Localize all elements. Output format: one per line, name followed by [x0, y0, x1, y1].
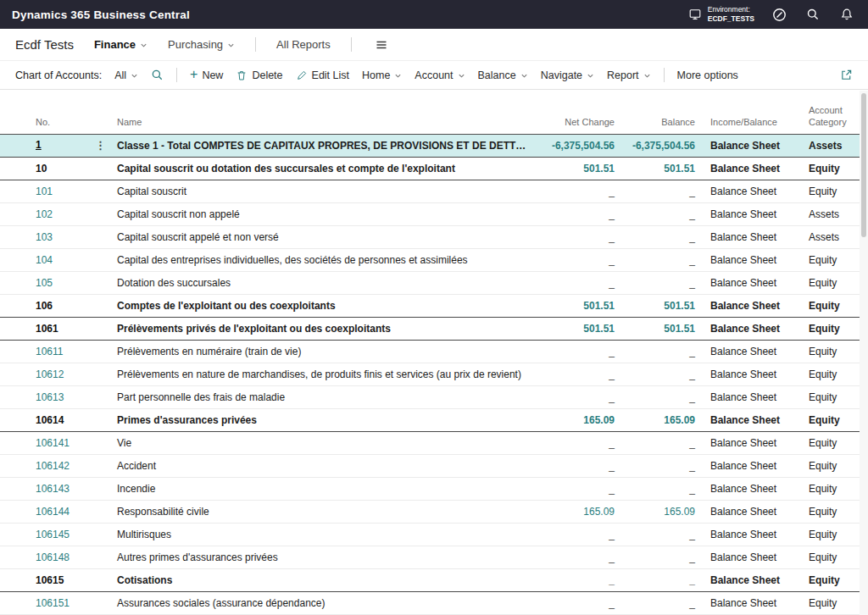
account-name-cell[interactable]: Capital souscrit ou dotation des succurs…: [110, 157, 530, 180]
account-category-cell[interactable]: Equity: [807, 454, 860, 477]
table-row[interactable]: 101Capital souscrit__Balance SheetEquity: [0, 180, 860, 202]
account-category-cell[interactable]: Equity: [807, 340, 860, 363]
account-no-cell[interactable]: 106141: [0, 431, 110, 454]
search-icon[interactable]: [804, 5, 822, 24]
nav-item-purchasing[interactable]: Purchasing: [168, 38, 235, 51]
balance-cell[interactable]: _: [621, 591, 702, 614]
account-category-cell[interactable]: Equity: [807, 248, 860, 271]
account-name-cell[interactable]: Accident: [110, 454, 530, 477]
account-no-cell[interactable]: 106148: [0, 546, 110, 568]
account-no-cell[interactable]: 102: [0, 202, 110, 225]
net-change-cell[interactable]: _: [530, 340, 621, 363]
account-no-cell[interactable]: 106151: [0, 591, 110, 614]
account-name-cell[interactable]: Capital souscrit non appelé: [110, 202, 530, 225]
income-balance-cell[interactable]: Balance Sheet: [702, 523, 807, 546]
account-no-link[interactable]: 105: [36, 277, 53, 289]
account-no-link[interactable]: 10613: [36, 391, 64, 403]
balance-cell[interactable]: 501.51: [621, 294, 702, 317]
account-category-cell[interactable]: Equity: [807, 546, 860, 568]
account-no-link[interactable]: 10615: [36, 574, 64, 586]
dynamics-logo-icon[interactable]: [770, 5, 788, 24]
income-balance-cell[interactable]: Balance Sheet: [702, 363, 807, 385]
account-no-link[interactable]: 102: [36, 208, 53, 220]
table-row[interactable]: 1061Prélèvements privés de l'exploitant …: [0, 317, 860, 340]
report-menu[interactable]: Report: [607, 69, 651, 81]
nav-item-finance[interactable]: Finance: [94, 38, 147, 51]
account-no-link[interactable]: 10612: [36, 368, 64, 380]
net-change-cell[interactable]: _: [530, 248, 621, 271]
balance-cell[interactable]: 165.09: [621, 500, 702, 523]
account-name-cell[interactable]: Classe 1 - Total COMPTES DE CAPITAUX PRO…: [110, 134, 530, 157]
income-balance-cell[interactable]: Balance Sheet: [702, 568, 807, 591]
account-category-cell[interactable]: Equity: [807, 477, 860, 500]
net-change-cell[interactable]: _: [530, 180, 621, 202]
balance-cell[interactable]: _: [621, 568, 702, 591]
account-no-cell[interactable]: 106144: [0, 500, 110, 523]
table-row[interactable]: 10613Part personnelle des frais de malad…: [0, 385, 860, 408]
balance-cell[interactable]: _: [621, 340, 702, 363]
account-no-link[interactable]: 10: [36, 163, 47, 175]
account-name-cell[interactable]: Multirisques: [110, 523, 530, 546]
vertical-scrollbar[interactable]: [860, 91, 868, 615]
menu-hamburger-icon[interactable]: [372, 36, 391, 54]
column-header-no[interactable]: No.: [0, 105, 110, 134]
table-row[interactable]: 106Comptes de l'exploitant ou des coexpl…: [0, 294, 860, 317]
net-change-cell[interactable]: _: [530, 225, 621, 248]
net-change-cell[interactable]: _: [530, 431, 621, 454]
table-row[interactable]: 10615Cotisations__Balance SheetEquity: [0, 568, 860, 591]
account-category-cell[interactable]: Equity: [807, 363, 860, 385]
column-header-income-balance[interactable]: Income/Balance: [702, 105, 807, 134]
balance-cell[interactable]: 501.51: [621, 157, 702, 180]
table-row[interactable]: 106142Accident__Balance SheetEquity: [0, 454, 860, 477]
account-name-cell[interactable]: Cotisations: [110, 568, 530, 591]
account-no-cell[interactable]: 104: [0, 248, 110, 271]
balance-cell[interactable]: 165.09: [621, 408, 702, 431]
income-balance-cell[interactable]: Balance Sheet: [702, 202, 807, 225]
account-no-cell[interactable]: 10613: [0, 385, 110, 408]
table-row[interactable]: 106151Assurances sociales (assurance dép…: [0, 591, 860, 614]
balance-cell[interactable]: _: [621, 363, 702, 385]
account-category-cell[interactable]: Assets: [807, 134, 860, 157]
account-name-cell[interactable]: Comptes de l'exploitant ou des coexploit…: [110, 294, 530, 317]
table-row[interactable]: 10611Prélèvements en numéraire (train de…: [0, 340, 860, 363]
income-balance-cell[interactable]: Balance Sheet: [702, 180, 807, 202]
account-name-cell[interactable]: Responsabilité civile: [110, 500, 530, 523]
account-category-cell[interactable]: Assets: [807, 202, 860, 225]
home-menu[interactable]: Home: [362, 69, 402, 81]
net-change-cell[interactable]: 501.51: [530, 157, 621, 180]
income-balance-cell[interactable]: Balance Sheet: [702, 340, 807, 363]
table-row[interactable]: 106145Multirisques__Balance SheetEquity: [0, 523, 860, 546]
table-row[interactable]: 106148Autres primes d'assurances privées…: [0, 546, 860, 568]
account-name-cell[interactable]: Prélèvements en nature de marchandises, …: [110, 363, 530, 385]
income-balance-cell[interactable]: Balance Sheet: [702, 408, 807, 431]
account-no-link[interactable]: 106142: [36, 460, 70, 472]
income-balance-cell[interactable]: Balance Sheet: [702, 431, 807, 454]
account-category-cell[interactable]: Equity: [807, 317, 860, 340]
income-balance-cell[interactable]: Balance Sheet: [702, 134, 807, 157]
account-name-cell[interactable]: Prélèvements en numéraire (train de vie): [110, 340, 530, 363]
account-category-cell[interactable]: Equity: [807, 157, 860, 180]
account-category-cell[interactable]: Equity: [807, 294, 860, 317]
net-change-cell[interactable]: _: [530, 363, 621, 385]
net-change-cell[interactable]: _: [530, 202, 621, 225]
net-change-cell[interactable]: 165.09: [530, 408, 621, 431]
account-no-cell[interactable]: 106: [0, 294, 110, 317]
balance-cell[interactable]: _: [621, 225, 702, 248]
account-name-cell[interactable]: Part personnelle des frais de maladie: [110, 385, 530, 408]
account-category-cell[interactable]: Equity: [807, 500, 860, 523]
net-change-cell[interactable]: _: [530, 591, 621, 614]
account-no-cell[interactable]: 106143: [0, 477, 110, 500]
table-row[interactable]: 103Capital souscrit appelé et non versé_…: [0, 225, 860, 248]
account-no-link[interactable]: 106: [36, 300, 53, 312]
net-change-cell[interactable]: _: [530, 523, 621, 546]
navigate-menu[interactable]: Navigate: [541, 69, 594, 81]
column-header-account-category[interactable]: Account Category: [807, 105, 860, 134]
account-category-cell[interactable]: Equity: [807, 385, 860, 408]
account-no-link[interactable]: 106148: [36, 551, 70, 563]
account-no-cell[interactable]: 103: [0, 225, 110, 248]
account-name-cell[interactable]: Dotation des succursales: [110, 271, 530, 294]
account-no-cell[interactable]: 105: [0, 271, 110, 294]
column-header-net-change[interactable]: Net Change: [530, 105, 621, 134]
account-no-link[interactable]: 106145: [36, 529, 70, 540]
column-header-balance[interactable]: Balance: [621, 105, 702, 134]
